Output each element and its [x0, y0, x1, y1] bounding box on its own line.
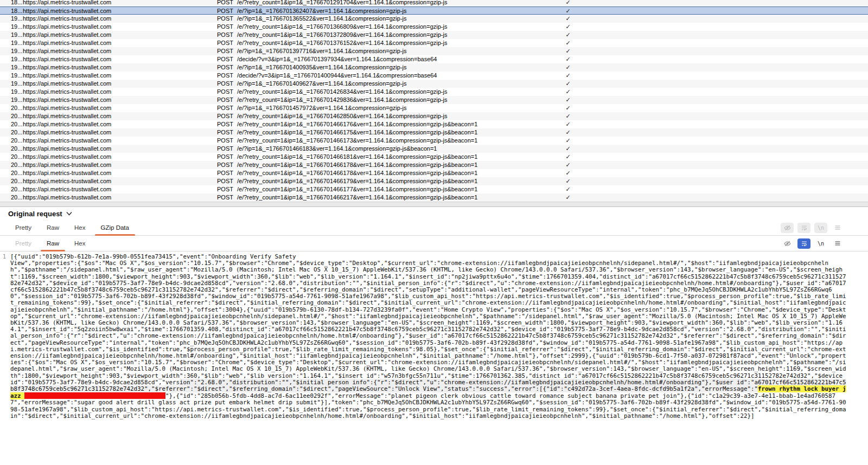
tab-raw[interactable]: Raw [39, 236, 67, 251]
table-row[interactable]: 19...https://api.metrics-trustwallet.com… [0, 96, 868, 104]
table-row[interactable]: 19...https://api.metrics-trustwallet.com… [0, 47, 868, 55]
row-id: 19... [0, 88, 23, 96]
row-filler [575, 153, 868, 161]
tab-pretty[interactable]: Pretty [8, 236, 39, 251]
row-method: POST [217, 23, 237, 31]
row-path: /e/?retry_count=1&ip=1&_=1766701466217&v… [237, 193, 561, 202]
row-path: /e/?retry_count=1&ip=1&_=1766701466175&v… [237, 128, 561, 137]
check-icon: ✓ [561, 177, 575, 185]
tab-gzip-data[interactable]: GZip Data [93, 220, 137, 235]
row-method: POST [217, 104, 237, 112]
editor-text-segment: View","properties":{"$os":"Mac OS X","$o… [10, 260, 846, 386]
row-id: 20... [0, 120, 23, 128]
row-path: /e/?retry_count=1&ip=1&_=1766701426834&v… [237, 88, 561, 96]
table-row[interactable]: 20...https://api.metrics-trustwallet.com… [0, 153, 868, 161]
row-path: /e/?ip=1&_=1766701397716&ver=1.164.1&com… [237, 47, 561, 55]
check-icon: ✓ [561, 23, 575, 31]
row-path: /decide/?v=3&ip=1&_=1766701397934&ver=1.… [237, 55, 561, 63]
eye-off-icon[interactable] [781, 223, 794, 233]
check-icon: ✓ [561, 169, 575, 177]
redacted-block [24, 392, 165, 399]
row-id: 19... [0, 39, 23, 47]
table-row[interactable]: 18...https://api.metrics-trustwallet.com… [0, 0, 868, 7]
panel-title: Original request [8, 210, 62, 218]
table-row[interactable]: 19...https://api.metrics-trustwallet.com… [0, 55, 868, 63]
tab-pretty[interactable]: Pretty [8, 220, 39, 235]
newline-toggle-icon[interactable]: \n [814, 238, 827, 249]
wrap-lines-icon[interactable] [797, 238, 810, 249]
table-row[interactable]: 19...https://api.metrics-trustwallet.com… [0, 63, 868, 72]
row-method: POST [217, 169, 237, 177]
table-row[interactable]: 20...https://api.metrics-trustwallet.com… [0, 120, 868, 128]
table-row[interactable]: 20...https://api.metrics-trustwallet.com… [0, 185, 868, 193]
wrap-lines-icon[interactable] [797, 223, 810, 233]
row-path: /e/?retry_count=1&ip=1&_=1766701291704&v… [237, 0, 561, 7]
check-icon: ✓ [561, 112, 575, 120]
row-id: 20... [0, 177, 23, 185]
row-filler [575, 104, 868, 112]
tab-raw[interactable]: Raw [39, 220, 67, 235]
table-row[interactable]: 20...https://api.metrics-trustwallet.com… [0, 128, 868, 137]
row-url: https://api.metrics-trustwallet.com [23, 137, 217, 145]
check-icon: ✓ [561, 96, 575, 104]
row-id: 18... [0, 7, 23, 15]
row-path: /e/?ip=1&_=1766701466183&ver=1.164.1&com… [237, 145, 561, 153]
row-method: POST [217, 80, 237, 88]
editor-icon-toolbar: \n [781, 236, 844, 251]
row-path: /e/?ip=1&_=1766701409627&ver=1.164.1&com… [237, 80, 561, 88]
line-number: 1 [0, 254, 10, 465]
newline-toggle-icon[interactable]: \n [814, 223, 827, 233]
row-url: https://api.metrics-trustwallet.com [23, 161, 217, 169]
row-url: https://api.metrics-trustwallet.com [23, 7, 217, 15]
table-row[interactable]: 19...https://api.metrics-trustwallet.com… [0, 72, 868, 80]
newline-label: \n [818, 225, 824, 231]
row-url: https://api.metrics-trustwallet.com [23, 80, 217, 88]
tab-hex[interactable]: Hex [67, 220, 93, 235]
table-row[interactable]: 20...https://api.metrics-trustwallet.com… [0, 145, 868, 153]
table-row[interactable]: 20...https://api.metrics-trustwallet.com… [0, 169, 868, 177]
row-method: POST [217, 63, 237, 72]
menu-icon[interactable] [831, 238, 844, 249]
table-row[interactable]: 18...https://api.metrics-trustwallet.com… [0, 7, 868, 15]
table-row[interactable]: 20...https://api.metrics-trustwallet.com… [0, 104, 868, 112]
eye-off-icon[interactable] [781, 238, 794, 249]
tab-hex[interactable]: Hex [67, 236, 93, 251]
row-method: POST [217, 55, 237, 63]
row-path: /e/?retry_count=1&ip=1&_=1766701466177&v… [237, 185, 561, 193]
table-row[interactable]: 20...https://api.metrics-trustwallet.com… [0, 177, 868, 185]
row-filler [575, 72, 868, 80]
editor-text-segment: [{"uuid":"019b579b-612b-7e1a-99b0-0551fe… [10, 253, 296, 260]
table-row[interactable]: 19...https://api.metrics-trustwallet.com… [0, 31, 868, 39]
chevron-down-icon[interactable] [66, 211, 72, 216]
table-row[interactable]: 20...https://api.metrics-trustwallet.com… [0, 112, 868, 120]
table-row[interactable]: 19...https://api.metrics-trustwallet.com… [0, 39, 868, 47]
row-path: /e/?retry_count=1&ip=1&_=1766701466178&v… [237, 169, 561, 177]
row-filler [575, 80, 868, 88]
panel-splitter[interactable] [0, 202, 868, 207]
table-row[interactable]: 19...https://api.metrics-trustwallet.com… [0, 88, 868, 96]
row-id: 20... [0, 169, 23, 177]
table-row[interactable]: 20...https://api.metrics-trustwallet.com… [0, 137, 868, 145]
row-url: https://api.metrics-trustwallet.com [23, 120, 217, 128]
row-path: /e/?retry_count=1&ip=1&_=1766701376152&v… [237, 39, 561, 47]
row-path: /e/?retry_count=1&ip=1&_=1766701466179&v… [237, 177, 561, 185]
row-method: POST [217, 0, 237, 7]
table-row[interactable]: 19...https://api.metrics-trustwallet.com… [0, 80, 868, 88]
table-row[interactable]: 20...https://api.metrics-trustwallet.com… [0, 193, 868, 202]
table-row[interactable]: 19...https://api.metrics-trustwallet.com… [0, 23, 868, 31]
table-row[interactable]: 20...https://api.metrics-trustwallet.com… [0, 161, 868, 169]
row-filler [575, 0, 868, 7]
request-viewer-header[interactable]: Original request [0, 207, 868, 220]
table-row[interactable]: 19...https://api.metrics-trustwallet.com… [0, 15, 868, 23]
check-icon: ✓ [561, 31, 575, 39]
menu-icon[interactable] [831, 223, 844, 233]
row-url: https://api.metrics-trustwallet.com [23, 145, 217, 153]
newline-label: \n [818, 241, 824, 247]
row-filler [575, 120, 868, 128]
row-path: /e/?retry_count=1&ip=1&_=1766701462850&v… [237, 112, 561, 120]
row-url: https://api.metrics-trustwallet.com [23, 47, 217, 55]
row-method: POST [217, 137, 237, 145]
raw-editor[interactable]: 1 [{"uuid":"019b579b-612b-7e1a-99b0-0551… [0, 251, 868, 465]
row-filler [575, 23, 868, 31]
row-id: 20... [0, 112, 23, 120]
